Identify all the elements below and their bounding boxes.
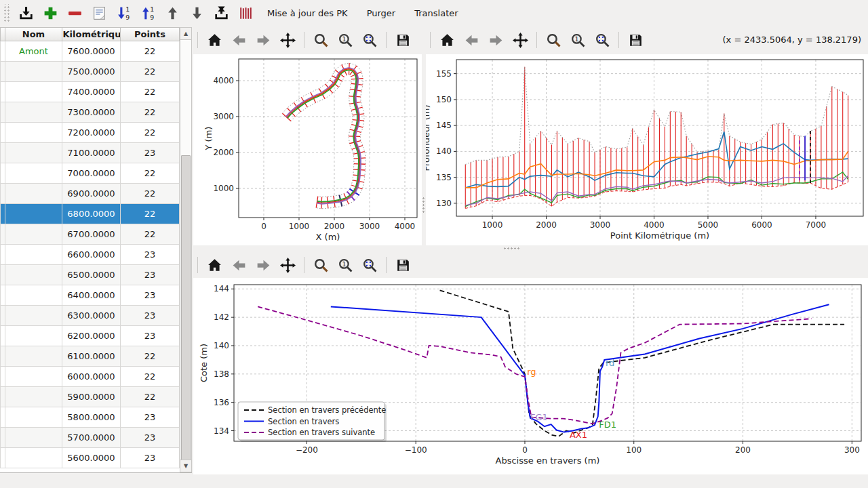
cell-nom[interactable] <box>5 184 62 204</box>
table-row[interactable]: 5800.000023 <box>0 407 192 428</box>
cell-pk[interactable]: 6300.0000 <box>62 306 121 326</box>
pan-icon[interactable] <box>511 31 529 49</box>
cell-pk[interactable]: 6800.0000 <box>62 204 121 224</box>
table-row[interactable]: 6400.000023 <box>0 285 192 306</box>
cell-points[interactable]: 22 <box>121 102 180 123</box>
cell-points[interactable]: 22 <box>121 62 180 82</box>
column-header-nom[interactable]: Nom <box>5 27 62 41</box>
cell-pk[interactable]: 5700.0000 <box>62 428 121 448</box>
cell-nom[interactable] <box>5 102 62 123</box>
column-header-pk[interactable]: t Kilométrique <box>62 27 121 41</box>
cell-pk[interactable]: 5900.0000 <box>62 387 121 407</box>
row-header-cell[interactable] <box>0 245 5 265</box>
purge-button[interactable]: Purger <box>360 4 403 22</box>
table-row[interactable]: 6900.000022 <box>0 184 192 204</box>
cell-points[interactable]: 23 <box>121 285 180 306</box>
cell-nom[interactable] <box>5 204 62 224</box>
zoom-icon[interactable] <box>545 31 562 49</box>
move-up-icon[interactable] <box>163 4 181 22</box>
cell-nom[interactable] <box>5 163 62 184</box>
save-icon[interactable] <box>394 31 412 49</box>
table-row[interactable]: 6300.000023 <box>0 306 192 326</box>
zoom-icon[interactable] <box>312 256 330 274</box>
row-header-cell[interactable] <box>0 163 5 184</box>
column-header-points[interactable]: Points <box>121 27 180 41</box>
cell-pk[interactable]: 6500.0000 <box>62 265 121 285</box>
row-header-cell[interactable] <box>0 346 5 367</box>
back-icon[interactable] <box>230 256 248 274</box>
forward-icon[interactable] <box>487 31 505 49</box>
row-header-cell[interactable] <box>0 102 5 123</box>
legend[interactable]: Section en travers précédenteSection en … <box>238 402 387 442</box>
remove-section-icon[interactable] <box>66 4 83 22</box>
table-row[interactable]: 7200.000022 <box>0 123 192 143</box>
table-scrollbar[interactable]: ▲ ▼ <box>180 27 192 472</box>
horizontal-splitter-handle[interactable] <box>503 247 521 251</box>
row-header-cell[interactable] <box>0 204 5 224</box>
zoom-icon[interactable] <box>312 31 330 49</box>
cell-nom[interactable] <box>5 428 62 448</box>
table-row[interactable]: 7500.000022 <box>0 62 192 82</box>
cell-nom[interactable] <box>5 82 62 102</box>
cell-pk[interactable]: 6100.0000 <box>62 346 121 367</box>
table-row[interactable]: 6500.000023 <box>0 265 192 285</box>
cell-points[interactable]: 23 <box>121 306 180 326</box>
table-row[interactable]: 6100.000022 <box>0 346 192 367</box>
zoomsel-icon[interactable] <box>361 256 378 274</box>
cell-pk[interactable]: 7100.0000 <box>62 143 121 163</box>
table-row[interactable]: 6700.000022 <box>0 224 192 245</box>
plan-view-figure[interactable]: 010002000300040001000200030004000X (m)Y … <box>193 54 422 245</box>
translate-button[interactable]: Translater <box>408 4 465 22</box>
cell-nom[interactable] <box>5 245 62 265</box>
cell-nom[interactable] <box>5 62 62 82</box>
cell-nom[interactable] <box>5 407 62 428</box>
sections-stripes-icon[interactable] <box>237 4 254 22</box>
table-row[interactable]: 7400.000022 <box>0 82 192 102</box>
cell-points[interactable]: 23 <box>121 265 180 285</box>
cell-points[interactable]: 23 <box>121 245 180 265</box>
zoomone-icon[interactable]: 1 <box>336 256 354 274</box>
row-header-cell[interactable] <box>0 428 5 448</box>
cell-pk[interactable]: 7000.0000 <box>62 163 121 184</box>
cell-points[interactable]: 22 <box>121 123 180 143</box>
cell-points[interactable]: 23 <box>121 143 180 163</box>
back-icon[interactable] <box>230 31 248 49</box>
move-down-icon[interactable] <box>188 4 205 22</box>
cell-points[interactable]: 22 <box>121 82 180 102</box>
cell-nom[interactable] <box>5 306 62 326</box>
import-icon[interactable] <box>17 4 35 22</box>
table-row[interactable]: 7000.000022 <box>0 163 192 184</box>
cell-nom[interactable] <box>5 285 62 306</box>
table-row[interactable]: 5900.000022 <box>0 387 192 407</box>
cell-nom[interactable] <box>5 265 62 285</box>
table-row[interactable]: 7100.000023 <box>0 143 192 163</box>
row-header-cell[interactable] <box>0 367 5 387</box>
cell-points[interactable]: 22 <box>121 367 180 387</box>
save-icon[interactable] <box>394 256 412 274</box>
row-header-cell[interactable] <box>0 184 5 204</box>
back-icon[interactable] <box>462 31 480 49</box>
cell-points[interactable]: 22 <box>121 346 180 367</box>
cell-nom[interactable] <box>5 387 62 407</box>
pan-icon[interactable] <box>279 256 296 274</box>
forward-icon[interactable] <box>254 256 272 274</box>
cell-points[interactable]: 22 <box>121 387 180 407</box>
cell-pk[interactable]: 7300.0000 <box>62 102 121 123</box>
home-icon[interactable] <box>205 256 223 274</box>
cell-pk[interactable]: 6400.0000 <box>62 285 121 306</box>
row-header-cell[interactable] <box>0 285 5 306</box>
row-header-cell[interactable] <box>0 407 5 428</box>
row-header-cell[interactable] <box>0 41 5 62</box>
table-row[interactable]: 5700.000023 <box>0 428 192 448</box>
cell-nom[interactable] <box>5 346 62 367</box>
cell-points[interactable]: 22 <box>121 41 180 62</box>
pan-icon[interactable] <box>279 31 296 49</box>
cell-pk[interactable]: 7600.0000 <box>62 41 121 62</box>
row-header-cell[interactable] <box>0 387 5 407</box>
zoomsel-icon[interactable] <box>361 31 378 49</box>
cell-nom[interactable] <box>5 143 62 163</box>
cell-nom[interactable] <box>5 224 62 245</box>
cell-pk[interactable]: 6700.0000 <box>62 224 121 245</box>
row-header-cell[interactable] <box>0 326 5 346</box>
table-row[interactable]: 6800.000022 <box>0 204 192 224</box>
